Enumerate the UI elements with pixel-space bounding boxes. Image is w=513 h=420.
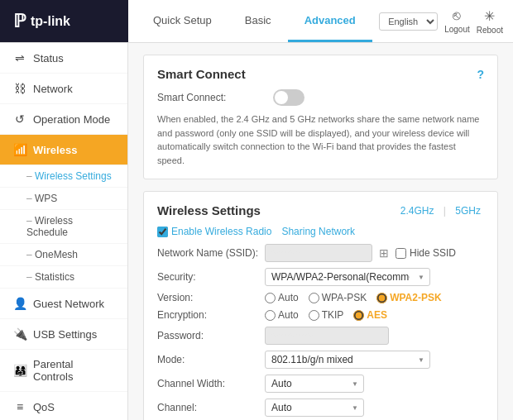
smart-connect-title: Smart Connect ? — [157, 67, 484, 81]
usb-settings-icon: 🔌 — [13, 327, 26, 341]
enable-radio-checkbox[interactable] — [157, 227, 168, 237]
sidebar-item-operation-mode[interactable]: ↺ Operation Mode — [0, 104, 127, 135]
reboot-button[interactable]: ✳ Reboot — [477, 8, 503, 35]
band-tab-separator: | — [440, 205, 452, 217]
sidebar-sub-wps[interactable]: WPS — [0, 188, 127, 210]
ssid-label: Network Name (SSID): — [157, 247, 265, 259]
guest-network-icon: 👤 — [13, 297, 26, 310]
encryption-auto-label[interactable]: Auto — [265, 309, 299, 321]
qos-icon: ≡ — [13, 400, 26, 413]
smart-connect-description: When enabled, the 2.4 GHz and 5 GHz netw… — [157, 112, 484, 167]
reboot-icon: ✳ — [484, 8, 495, 24]
channel-content: Auto — [265, 399, 484, 417]
sidebar-sub-wireless-schedule[interactable]: Wireless Schedule — [0, 210, 127, 244]
channel-width-row: Channel Width: Auto — [157, 375, 484, 393]
channel-width-select-wrapper: Auto — [265, 375, 364, 393]
network-icon: ⛓ — [13, 82, 26, 95]
hide-ssid-label[interactable]: Hide SSID — [396, 247, 456, 259]
encryption-aes-label[interactable]: AES — [353, 309, 387, 321]
channel-width-label: Channel Width: — [157, 378, 265, 389]
sidebar-sub-onemesh[interactable]: OneMesh — [0, 244, 127, 266]
version-label: Version: — [157, 292, 265, 303]
mode-content: 802.11b/g/n mixed — [265, 351, 484, 369]
enable-radio-label[interactable]: Enable Wireless Radio — [157, 226, 271, 237]
hide-ssid-checkbox[interactable] — [396, 248, 406, 259]
wireless-settings-title: Wireless Settings — [157, 203, 261, 217]
tab-advanced[interactable]: Advanced — [288, 0, 372, 42]
version-wpa2psk-radio[interactable] — [376, 293, 387, 303]
security-select[interactable]: WPA/WPA2-Personal(Recommended) — [265, 268, 430, 286]
ssid-row: Network Name (SSID): •••••••• ⊞ Hide SSI… — [157, 244, 484, 262]
sidebar: ⇌ Status ⛓ Network ↺ Operation Mode 📶 Wi… — [0, 43, 128, 420]
tab-quick-setup[interactable]: Quick Setup — [137, 0, 228, 42]
encryption-auto-radio[interactable] — [265, 310, 276, 321]
encryption-radio-group: Auto TKIP AES — [265, 309, 484, 321]
qr-icon[interactable]: ⊞ — [379, 246, 389, 260]
language-select[interactable]: English — [379, 12, 438, 31]
version-wpapsk-radio[interactable] — [309, 293, 319, 303]
logo: ℙ tp-link — [0, 0, 128, 42]
sidebar-item-network[interactable]: ⛓ Network — [0, 74, 127, 104]
sidebar-sub-wireless-settings[interactable]: Wireless Settings — [0, 165, 127, 188]
logo-text: tp-link — [31, 14, 70, 29]
version-auto-radio[interactable] — [265, 293, 276, 303]
mode-label: Mode: — [157, 354, 265, 365]
version-row: Version: Auto WPA-PSK WPA2-PSK — [157, 292, 484, 303]
sharing-network-link[interactable]: Sharing Network — [281, 226, 355, 237]
version-wpa2psk-label[interactable]: WPA2-PSK — [376, 292, 441, 303]
password-input[interactable]: •••••••••••• — [265, 327, 389, 345]
encryption-aes-radio[interactable] — [353, 310, 364, 321]
version-wpapsk-label[interactable]: WPA-PSK — [309, 292, 367, 303]
wireless-options-row: Enable Wireless Radio Sharing Network — [157, 226, 484, 237]
wireless-settings-header: Wireless Settings 2.4GHz | 5GHz — [157, 203, 484, 217]
ssid-content: •••••••• ⊞ Hide SSID — [265, 244, 484, 262]
encryption-row: Encryption: Auto TKIP AES — [157, 309, 484, 321]
status-icon: ⇌ — [13, 51, 26, 64]
version-auto-label[interactable]: Auto — [265, 292, 299, 303]
security-content: WPA/WPA2-Personal(Recommended) — [265, 268, 484, 286]
sidebar-item-parental-controls[interactable]: 👨‍👩‍👧 Parental Controls — [0, 350, 127, 392]
security-select-wrapper: WPA/WPA2-Personal(Recommended) — [265, 268, 430, 286]
sidebar-sub-statistics[interactable]: Statistics — [0, 266, 127, 289]
tab-5ghz[interactable]: 5GHz — [452, 205, 484, 217]
wireless-settings-section: Wireless Settings 2.4GHz | 5GHz Enable W… — [143, 191, 498, 420]
channel-width-content: Auto — [265, 375, 484, 393]
version-radio-group: Auto WPA-PSK WPA2-PSK — [265, 292, 484, 303]
sidebar-item-guest-network[interactable]: 👤 Guest Network — [0, 289, 127, 319]
smart-connect-row: Smart Connect: — [157, 89, 484, 106]
parental-controls-icon: 👨‍👩‍👧 — [13, 364, 26, 377]
logo-icon: ℙ — [13, 11, 26, 32]
tab-basic[interactable]: Basic — [228, 0, 288, 42]
smart-connect-help-icon[interactable]: ? — [477, 68, 484, 81]
encryption-tkip-label[interactable]: TKIP — [309, 309, 344, 321]
password-content: •••••••••••• — [265, 327, 484, 345]
wireless-icon: 📶 — [13, 143, 26, 156]
logout-button[interactable]: ⎋ Logout — [444, 8, 470, 34]
layout: ⇌ Status ⛓ Network ↺ Operation Mode 📶 Wi… — [0, 43, 513, 420]
smart-connect-section: Smart Connect ? Smart Connect: When enab… — [143, 55, 498, 179]
smart-connect-toggle[interactable] — [273, 89, 304, 106]
encryption-tkip-radio[interactable] — [309, 310, 319, 321]
channel-row: Channel: Auto — [157, 399, 484, 417]
security-row: Security: WPA/WPA2-Personal(Recommended) — [157, 268, 484, 286]
mode-select[interactable]: 802.11b/g/n mixed — [265, 351, 430, 369]
sidebar-item-wireless[interactable]: 📶 Wireless — [0, 135, 127, 165]
channel-label: Channel: — [157, 402, 265, 413]
channel-width-select[interactable]: Auto — [265, 375, 364, 393]
wireless-band-tabs: 2.4GHz | 5GHz — [397, 205, 484, 217]
sidebar-item-status[interactable]: ⇌ Status — [0, 43, 127, 74]
password-label: Password: — [157, 330, 265, 341]
sidebar-item-qos[interactable]: ≡ QoS — [0, 392, 127, 420]
channel-select-wrapper: Auto — [265, 399, 364, 417]
mode-row: Mode: 802.11b/g/n mixed — [157, 351, 484, 369]
ssid-input[interactable]: •••••••• — [265, 244, 372, 262]
password-row: Password: •••••••••••• — [157, 327, 484, 345]
encryption-label: Encryption: — [157, 309, 265, 321]
sidebar-item-usb-settings[interactable]: 🔌 USB Settings — [0, 319, 127, 350]
channel-select[interactable]: Auto — [265, 399, 364, 417]
security-label: Security: — [157, 271, 265, 283]
nav-tabs: Quick Setup Basic Advanced — [128, 0, 379, 42]
mode-select-wrapper: 802.11b/g/n mixed — [265, 351, 430, 369]
header: ℙ tp-link Quick Setup Basic Advanced Eng… — [0, 0, 513, 43]
tab-2ghz[interactable]: 2.4GHz — [397, 205, 438, 217]
